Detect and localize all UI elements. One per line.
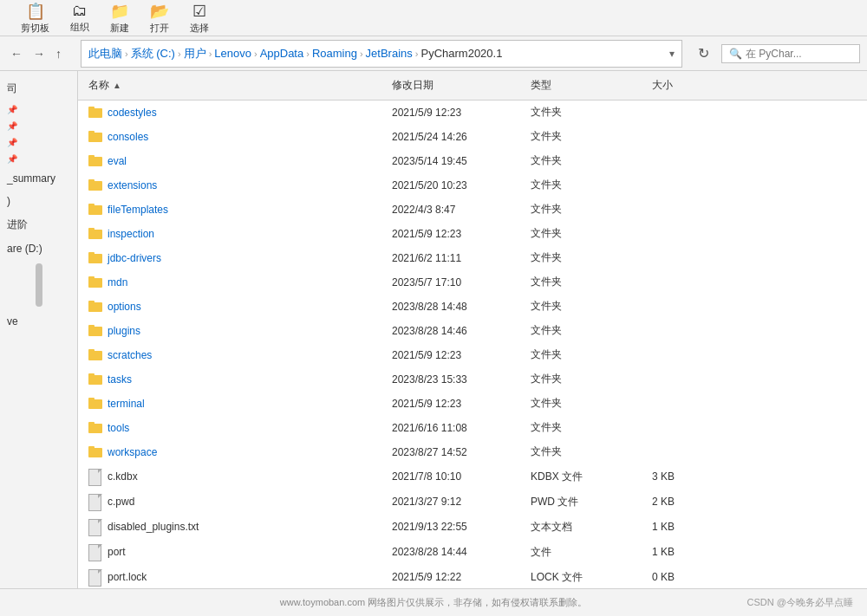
sidebar-item-paren[interactable]: )	[0, 191, 77, 211]
file-name-cell: options	[78, 296, 381, 316]
forward-button[interactable]: →	[29, 45, 49, 62]
file-date-cell: 2023/8/23 15:33	[381, 369, 520, 389]
breadcrumb-part-users[interactable]: 用户	[184, 46, 206, 62]
file-type-cell: 文件夹	[520, 442, 642, 462]
file-name-cell: disabled_plugins.txt	[78, 516, 381, 537]
table-row[interactable]: plugins 2023/8/28 14:46 文件夹	[78, 319, 867, 343]
table-row[interactable]: terminal 2021/5/9 12:23 文件夹	[78, 392, 867, 416]
file-name: scratches	[108, 349, 152, 361]
file-date-cell: 2022/4/3 8:47	[381, 199, 520, 219]
file-type: LOCK 文件	[531, 570, 583, 585]
file-type: 文件夹	[531, 420, 562, 435]
file-type: 文件夹	[531, 396, 562, 411]
file-name-cell: jdbc-drivers	[78, 248, 381, 268]
sidebar-pin-2: 📌	[0, 120, 77, 133]
table-row[interactable]: inspection 2021/5/9 12:23 文件夹	[78, 222, 867, 246]
file-size-cell	[642, 126, 728, 146]
refresh-button[interactable]: ↻	[694, 43, 713, 63]
toolbar-select[interactable]: ☑ 选择	[183, 0, 216, 36]
sidebar-scrollbar[interactable]	[36, 263, 42, 307]
table-row[interactable]: scratches 2021/5/9 12:23 文件夹	[78, 343, 867, 367]
col-header-size[interactable]: 大小	[642, 75, 728, 96]
table-row[interactable]: mdn 2023/5/7 17:10 文件夹	[78, 270, 867, 295]
col-header-type[interactable]: 类型	[520, 75, 642, 96]
folder-icon	[88, 228, 102, 239]
file-size-cell	[642, 442, 728, 462]
file-name: jdbc-drivers	[108, 252, 161, 264]
sidebar-item-ve[interactable]: ve	[0, 312, 77, 331]
address-nav: ← → ↑	[7, 45, 65, 62]
table-row[interactable]: tools 2021/6/16 11:08 文件夹	[78, 416, 867, 440]
file-name-cell: extensions	[78, 175, 381, 195]
sidebar: 司 📌 📌 📌 📌 _summary ) 进阶 are (D:) ve	[0, 71, 78, 588]
breadcrumb-part-lenovo[interactable]: Lenovo	[214, 47, 251, 60]
sidebar-item-advanced[interactable]: 进阶	[0, 214, 77, 236]
table-row[interactable]: port.lock 2021/5/9 12:22 LOCK 文件 0 KB	[78, 565, 867, 588]
file-name-cell: port.lock	[78, 567, 381, 587]
breadcrumb-part-pycharm: PyCharm2020.1	[420, 47, 502, 60]
table-row[interactable]: tasks 2023/8/23 15:33 文件夹	[78, 367, 867, 392]
file-name: c.kdbx	[108, 470, 138, 483]
file-size-cell	[642, 102, 728, 122]
breadcrumb-part-pc[interactable]: 此电脑	[88, 46, 122, 62]
table-row[interactable]: port 2023/8/28 14:44 文件 1 KB	[78, 540, 867, 565]
toolbar-open[interactable]: 📂 打开	[143, 0, 176, 36]
toolbar-clipboard[interactable]: 📋 剪切板	[14, 0, 56, 36]
sidebar-item-0[interactable]: 司	[0, 78, 77, 100]
file-icon	[88, 469, 102, 484]
file-name: port	[108, 546, 126, 558]
file-date: 2023/8/28 14:46	[392, 325, 467, 337]
table-row[interactable]: fileTemplates 2022/4/3 8:47 文件夹	[78, 198, 867, 222]
table-row[interactable]: workspace 2023/8/27 14:52 文件夹	[78, 440, 867, 464]
file-area[interactable]: 名称 ▲ 修改日期 类型 大小 codestyles 2021/5/9 12:2…	[78, 71, 867, 588]
table-row[interactable]: c.kdbx 2021/7/8 10:10 KDBX 文件 3 KB	[78, 464, 867, 490]
col-header-name[interactable]: 名称 ▲	[78, 75, 381, 96]
breadcrumb-part-roaming[interactable]: Roaming	[312, 47, 357, 60]
file-type: 文件夹	[531, 299, 562, 314]
file-name: consoles	[108, 131, 148, 143]
file-type-cell: LOCK 文件	[520, 567, 642, 587]
file-name-cell: c.kdbx	[78, 466, 381, 487]
toolbar-clipboard-label: 剪切板	[21, 22, 49, 35]
toolbar-organize[interactable]: 🗂 组织	[63, 0, 96, 36]
main-layout: 司 📌 📌 📌 📌 _summary ) 进阶 are (D:) ve 名称 ▲…	[0, 71, 867, 588]
organize-icon: 🗂	[72, 2, 88, 20]
file-size-cell	[642, 151, 728, 171]
up-button[interactable]: ↑	[52, 45, 65, 62]
col-header-date[interactable]: 修改日期	[381, 75, 520, 96]
search-box[interactable]: 🔍	[721, 44, 860, 63]
file-size-cell	[642, 369, 728, 389]
table-row[interactable]: options 2023/8/28 14:48 文件夹	[78, 295, 867, 319]
table-row[interactable]: consoles 2021/5/24 14:26 文件夹	[78, 125, 867, 149]
back-button[interactable]: ←	[7, 45, 26, 62]
table-row[interactable]: jdbc-drivers 2021/6/2 11:11 文件夹	[78, 246, 867, 270]
toolbar-new[interactable]: 📁 新建	[103, 0, 136, 36]
breadcrumb-part-c[interactable]: 系统 (C:)	[131, 46, 175, 62]
sidebar-item-summary[interactable]: _summary	[0, 169, 77, 188]
table-row[interactable]: codestyles 2021/5/9 12:23 文件夹	[78, 101, 867, 125]
sidebar-item-drive-d[interactable]: are (D:)	[0, 239, 77, 258]
clipboard-icon: 📋	[26, 2, 45, 21]
file-type: 文件夹	[531, 323, 562, 338]
file-type: 文件夹	[531, 129, 562, 144]
file-date: 2021/5/9 12:23	[392, 349, 461, 361]
search-input[interactable]	[746, 48, 832, 60]
file-name-cell: consoles	[78, 126, 381, 146]
table-row[interactable]: extensions 2021/5/20 10:23 文件夹	[78, 173, 867, 198]
table-row[interactable]: c.pwd 2021/3/27 9:12 PWD 文件 2 KB	[78, 490, 867, 515]
file-date: 2021/5/9 12:23	[392, 228, 461, 240]
table-row[interactable]: eval 2023/5/14 19:45 文件夹	[78, 149, 867, 173]
file-size-cell: 1 KB	[642, 516, 728, 537]
breadcrumb-part-appdata[interactable]: AppData	[260, 47, 304, 60]
watermark: www.toymoban.com 网络图片仅供展示，非存储，如有侵权请联系删除。	[280, 596, 587, 609]
file-name-cell: scratches	[78, 345, 381, 365]
file-name-cell: codestyles	[78, 102, 381, 122]
file-name-cell: fileTemplates	[78, 199, 381, 219]
breadcrumb-part-jetbrains[interactable]: JetBrains	[366, 47, 413, 60]
file-size-cell	[642, 248, 728, 268]
folder-icon	[88, 398, 102, 409]
file-type-cell: KDBX 文件	[520, 466, 642, 487]
address-bar[interactable]: 此电脑 › 系统 (C:) › 用户 › Lenovo › AppData › …	[81, 40, 682, 68]
table-row[interactable]: disabled_plugins.txt 2021/9/13 22:55 文本文…	[78, 515, 867, 540]
select-icon: ☑	[192, 2, 206, 21]
